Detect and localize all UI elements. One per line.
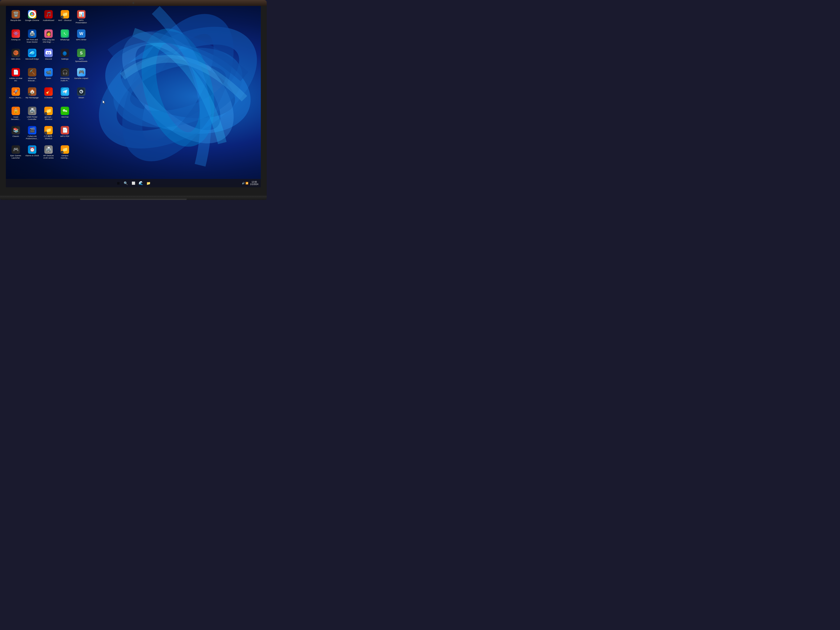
- desktop-icon-german-shortcut[interactable]: 📁↗german - Shortcut: [41, 106, 56, 125]
- desktop-icon-audiowizard[interactable]: 🎵AudioWizard: [41, 9, 56, 28]
- icon-label-mat-shortcut: MAT - Shortcut: [58, 19, 72, 21]
- desktop-icon-hp-print-scan[interactable]: 🖨️HP Print and Scan Doctor: [25, 28, 40, 47]
- taskbar-edge[interactable]: 🌊: [137, 180, 144, 186]
- icon-label-genshin-impact: Genshin Impact: [74, 77, 88, 79]
- desktop-icon-wps-spreadsheets[interactable]: SWPS Spreadsheets: [74, 48, 89, 67]
- camera-notch: [133, 2, 134, 4]
- icon-image-wps-spreadsheets: S: [77, 49, 85, 57]
- desktop-icon-alarms-clock[interactable]: ⏰Alarms & Clock: [25, 144, 40, 163]
- icon-image-adobe-acrobat: 📄: [11, 68, 20, 76]
- icon-label-hp-print-scan: HP Print and Scan Doctor: [25, 38, 39, 43]
- icon-label-minecraft: Minecraft Educati...: [25, 77, 39, 82]
- svg-point-24: [66, 111, 66, 112]
- bottom-bezel: [0, 196, 267, 200]
- desktop-icon-settings[interactable]: Settings: [57, 48, 73, 67]
- desktop-icon-wechat[interactable]: WeChat: [57, 106, 73, 125]
- desktop-icon-avast-cleanup[interactable]: 🚀Avast Cleanu...: [8, 87, 23, 106]
- icon-image-wechat: [61, 107, 69, 115]
- laptop-frame: 🗑️Recycle Bin Google Chrome🎵AudioWizard📁…: [0, 0, 267, 200]
- desktop-icon-classin[interactable]: 📚ClassIn: [8, 125, 23, 144]
- desktop-icon-wps-pdf[interactable]: 📄WPS PDF: [57, 125, 73, 144]
- desktop-icon-avast-secureline[interactable]: 🔒Avast SecureLi...: [8, 106, 23, 125]
- desktop-icon-xiaoliu-shortcut[interactable]: 📁↗小六兩周 - Shortcut: [41, 125, 56, 144]
- icon-label-avast-cleanup: Avast Cleanu...: [9, 96, 22, 99]
- icon-label-nba-2k21: NBA 2K21: [11, 58, 21, 60]
- svg-point-23: [64, 110, 65, 111]
- desktop-icon-telegram[interactable]: Telegram: [57, 87, 73, 106]
- icon-image-cyberlink: 🎬: [28, 126, 36, 134]
- desktop-icon-mat-shortcut[interactable]: 📁↗MAT - Shortcut: [57, 9, 73, 28]
- svg-point-25: [66, 111, 67, 112]
- icon-image-wps-pdf: 📄: [61, 126, 69, 134]
- desktop-icon-adobe-acrobat[interactable]: 📄Adobe Acrobat DC: [8, 67, 23, 86]
- svg-point-12: [47, 52, 48, 54]
- icon-label-avast-secureline: Avast SecureLi...: [9, 116, 23, 120]
- icon-image-avast-cleanup: 🚀: [11, 87, 20, 96]
- icon-label-zoom: Zoom: [46, 77, 51, 79]
- icon-image-ccleaner: 🧹: [44, 87, 53, 96]
- desktop-icon-nba-2k21[interactable]: 🏀NBA 2K21: [8, 48, 23, 67]
- wallpaper-ribbon: [82, 6, 261, 187]
- icon-image-usb-printer: 🖨️: [28, 107, 36, 115]
- desktop-icon-campus-training[interactable]: 📁↗campus training...: [57, 144, 73, 163]
- icon-image-settings: [61, 49, 69, 57]
- clock[interactable]: 12:00 1/1/2024: [250, 181, 258, 185]
- desktop-icon-google-chrome[interactable]: Google Chrome: [25, 9, 40, 28]
- icon-image-german-shortcut: 📁↗: [44, 107, 53, 115]
- icon-label-settings: Settings: [61, 58, 68, 60]
- desktop-icon-recycle-bin[interactable]: 🗑️Recycle Bin: [8, 9, 23, 28]
- icon-image-xiaoliu-shortcut: 📁↗: [44, 126, 53, 134]
- desktop-icon-genshin-impact[interactable]: 🎮Genshin Impact: [74, 67, 89, 86]
- desktop-icon-among-us[interactable]: 👾Among Us: [8, 28, 23, 47]
- taskbar: ⊞ 🔍 ⬜ 🌊 📁 🔊 📶 12:00 1/1/2024: [6, 179, 261, 187]
- taskbar-explorer[interactable]: 📁: [145, 180, 152, 186]
- icon-image-whatsapp: [61, 29, 69, 38]
- icon-image-audiowizard: 🎵: [44, 10, 53, 19]
- icon-image-epic-games: 🎮: [11, 145, 20, 154]
- stand-bar: [80, 199, 187, 200]
- icon-label-usb-printer: USB Printer Controller: [25, 116, 39, 120]
- desktop-icon-epic-games[interactable]: 🎮Epic Games Launcher: [8, 144, 23, 163]
- desktop-icon-whatsapp[interactable]: WhatsApp: [57, 28, 73, 47]
- desktop-icon-discord[interactable]: Discord: [41, 48, 56, 67]
- shortcut-arrow: ↗: [28, 93, 31, 96]
- desktop-icon-streaming-audio[interactable]: 🎧Streaming Audio R...: [57, 67, 73, 86]
- icon-image-recycle-bin: 🗑️: [11, 10, 20, 19]
- icon-image-nba-2k21: 🏀: [11, 49, 20, 57]
- icon-label-whatsapp: WhatsApp: [60, 38, 69, 41]
- search-button[interactable]: 🔍: [122, 180, 129, 186]
- svg-point-13: [49, 52, 50, 54]
- icon-label-wps-writer: WPS Writer: [76, 38, 86, 41]
- icon-label-cyberlink: CyberLink PowerDirect...: [25, 135, 39, 140]
- shortcut-arrow: ↗: [44, 112, 47, 115]
- desktop-icon-zoom[interactable]: 📹Zoom: [41, 67, 56, 86]
- icon-label-among-us: Among Us: [11, 38, 21, 41]
- icon-image-avast-secureline: 🔒: [11, 107, 20, 115]
- desktop-icon-steam[interactable]: Steam: [74, 87, 89, 106]
- start-button[interactable]: ⊞: [115, 180, 122, 186]
- desktop-icon-my-homepage[interactable]: 🏠↗My Homepage: [25, 87, 40, 106]
- desktop-icon-choi-ling[interactable]: 👩Choi Ling (iau choi ling) - ...: [41, 28, 56, 47]
- icon-label-classin: ClassIn: [13, 135, 19, 137]
- icon-image-mat-shortcut: 📁↗: [61, 10, 69, 19]
- desktop-icon-usb-printer[interactable]: 🖨️USB Printer Controller: [25, 106, 40, 125]
- shortcut-arrow: ↗: [61, 151, 63, 153]
- icon-image-choi-ling: 👩: [44, 29, 53, 38]
- screen: 🗑️Recycle Bin Google Chrome🎵AudioWizard📁…: [6, 6, 261, 187]
- svg-point-21: [65, 110, 67, 112]
- task-view-button[interactable]: ⬜: [130, 180, 137, 186]
- icon-label-streaming-audio: Streaming Audio R...: [58, 77, 72, 82]
- system-icons[interactable]: 🔊 📶: [242, 182, 248, 185]
- icon-image-alarms-clock: ⏰: [28, 145, 36, 154]
- desktop-icon-cyberlink[interactable]: 🎬CyberLink PowerDirect...: [25, 125, 40, 144]
- desktop-icon-ccleaner[interactable]: 🧹CCleaner: [41, 87, 56, 106]
- desktop-icon-microsoft-edge[interactable]: Microsoft Edge: [25, 48, 40, 67]
- desktop-icon-wps-writer[interactable]: WWPS Writer: [74, 28, 89, 47]
- icon-image-discord: [44, 49, 53, 57]
- taskbar-right: 🔊 📶 12:00 1/1/2024: [242, 181, 258, 185]
- icon-image-streaming-audio: 🎧: [61, 68, 69, 76]
- shortcut-arrow: ↗: [44, 132, 47, 134]
- desktop-icon-minecraft[interactable]: ⛏️Minecraft Educati...: [25, 67, 40, 86]
- desktop-icon-hp-deskjet[interactable]: 🖨️HP DeskJet 2130 series: [41, 144, 56, 163]
- desktop-icon-wps-presentation[interactable]: 📊WPS Presentation: [74, 9, 89, 28]
